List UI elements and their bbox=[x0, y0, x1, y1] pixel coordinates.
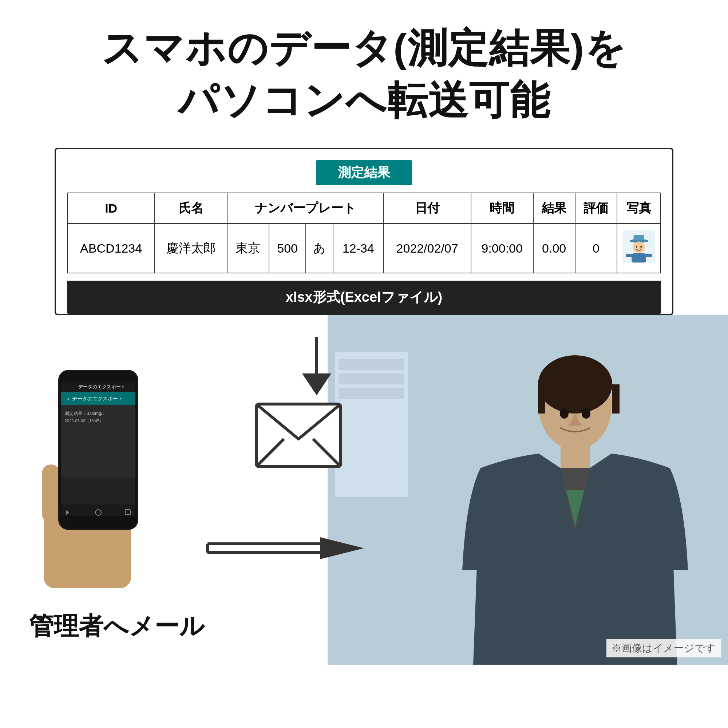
main-heading: スマホのデータ(測定結果)を パソコンへ転送可能 bbox=[0, 0, 728, 126]
svg-rect-19 bbox=[561, 446, 590, 468]
svg-text:＜  データのエクスポート: ＜ データのエクスポート bbox=[66, 396, 123, 401]
xlsx-bar: xlsx形式(Excelファイル) bbox=[67, 281, 661, 314]
col-photo: 写真 bbox=[617, 193, 661, 223]
col-time: 時間 bbox=[471, 193, 533, 223]
svg-rect-14 bbox=[338, 388, 404, 399]
table-header-row: ID 氏名 ナンバープレート 日付 時間 結果 評価 写真 bbox=[67, 193, 661, 223]
person-background bbox=[327, 315, 728, 665]
cell-date: 2022/02/07 bbox=[383, 223, 471, 273]
svg-text:2022-03-08（13:45）: 2022-03-08（13:45） bbox=[65, 419, 103, 423]
cell-plate2: 500 bbox=[269, 223, 306, 273]
svg-rect-7 bbox=[632, 253, 646, 262]
mail-envelope-icon bbox=[255, 402, 342, 468]
col-eval: 評価 bbox=[575, 193, 617, 223]
svg-marker-49 bbox=[320, 537, 364, 559]
table-title-bar: 測定結果 bbox=[67, 160, 661, 185]
svg-point-16 bbox=[538, 355, 612, 413]
bottom-section: データのエクスポート ＜ データのエクスポート 測定結果：0.00mg/L 20… bbox=[0, 315, 728, 665]
hand-phone-svg: データのエクスポート ＜ データのエクスポート 測定結果：0.00mg/L 20… bbox=[22, 326, 189, 588]
person-svg bbox=[327, 315, 728, 665]
down-arrow bbox=[302, 337, 331, 395]
image-notice: ※画像はイメージです bbox=[606, 639, 721, 658]
svg-rect-18 bbox=[612, 384, 619, 413]
bottom-label: 管理者へメール bbox=[29, 610, 205, 643]
svg-rect-40 bbox=[61, 505, 135, 516]
svg-point-22 bbox=[560, 408, 569, 419]
cell-plate3: あ bbox=[306, 223, 333, 273]
cell-plate1: 東京 bbox=[227, 223, 269, 273]
worker-icon bbox=[622, 230, 655, 263]
heading-line2: パソコンへ転送可能 bbox=[0, 74, 728, 126]
col-date: 日付 bbox=[383, 193, 471, 223]
svg-rect-8 bbox=[626, 254, 632, 257]
right-arrow-svg bbox=[204, 534, 364, 563]
table-container: 測定結果 ID 氏名 ナンバープレート 日付 時間 結果 評価 写真 ABCD1… bbox=[55, 148, 673, 315]
table-row: ABCD1234 慶洋太郎 東京 500 あ 12-34 2022/02/07 … bbox=[67, 223, 661, 273]
svg-rect-26 bbox=[42, 465, 60, 523]
heading-line1: スマホのデータ(測定結果)を bbox=[0, 22, 728, 74]
svg-rect-17 bbox=[538, 384, 545, 413]
svg-point-23 bbox=[582, 408, 590, 419]
cell-id: ABCD1234 bbox=[67, 223, 155, 273]
svg-rect-9 bbox=[645, 254, 652, 257]
cell-plate4: 12-34 bbox=[333, 223, 383, 273]
data-table: ID 氏名 ナンバープレート 日付 時間 結果 評価 写真 ABCD1234 慶… bbox=[67, 193, 661, 273]
cell-photo bbox=[617, 223, 661, 273]
arrow-down-shaft bbox=[315, 337, 318, 373]
cell-time: 9:00:00 bbox=[471, 223, 533, 273]
cell-name: 慶洋太郎 bbox=[155, 223, 227, 273]
col-result: 結果 bbox=[533, 193, 575, 223]
svg-rect-12 bbox=[338, 359, 404, 370]
svg-point-5 bbox=[636, 246, 637, 248]
right-arrow bbox=[204, 534, 364, 563]
svg-point-6 bbox=[640, 246, 642, 248]
phone-area: データのエクスポート ＜ データのエクスポート 測定結果：0.00mg/L 20… bbox=[22, 326, 189, 590]
col-plate: ナンバープレート bbox=[227, 193, 384, 223]
arrow-down-head bbox=[302, 373, 331, 395]
cell-eval: 0 bbox=[575, 223, 617, 273]
svg-rect-13 bbox=[338, 373, 404, 384]
svg-text:測定結果：0.00mg/L: 測定結果：0.00mg/L bbox=[65, 411, 105, 416]
table-title-badge: 測定結果 bbox=[316, 160, 412, 185]
svg-point-4 bbox=[633, 242, 645, 253]
cell-result: 0.00 bbox=[533, 223, 575, 273]
col-id: ID bbox=[67, 193, 155, 223]
mail-icon-area bbox=[255, 402, 342, 470]
svg-text:データのエクスポート: データのエクスポート bbox=[78, 384, 125, 390]
col-name: 氏名 bbox=[155, 193, 227, 223]
